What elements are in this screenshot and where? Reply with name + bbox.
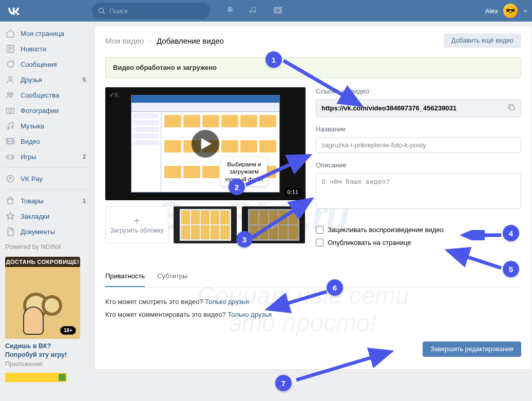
svg-point-0 [99,8,104,13]
camera-icon [5,105,15,116]
privacy-view-question: Кто может смотреть это видео? [105,298,203,305]
title-input[interactable] [316,137,521,153]
card-header: Мои видео › Добавление видео Добавить ещ… [95,26,531,57]
nav-label: Сообщения [21,61,57,68]
title-label: Название [316,125,521,133]
privacy-comment-link[interactable]: Только друзья [227,311,272,318]
vk-logo[interactable] [5,2,23,20]
privacy-view-link[interactable]: Только друзья [205,298,249,305]
promo-image: ДОСТАНЬ СОКРОВИЩЕ! 18+ [5,257,80,339]
sidebar-item-docs[interactable]: Документы [3,224,91,239]
video-nav-icon[interactable] [273,6,283,16]
annotation-marker-7: 7 [275,375,292,391]
copy-button[interactable] [507,103,516,113]
promo-sub: Приложение [5,360,80,368]
upload-cover-label: Загрузить обложку [110,227,163,234]
nav-label: Фотографии [21,107,59,114]
music-icon[interactable] [249,6,258,16]
powered-text: Powered by NGINX [3,239,91,257]
main-content: SocFAQ.ru Социальные сетиэто просто! Мои… [94,26,532,382]
add-video-button[interactable]: Добавить ещё видео [444,33,521,48]
link-label: Ссылка на видео [316,87,521,95]
loop-checkbox[interactable] [316,226,324,234]
notifications-icon[interactable] [225,6,235,16]
user-menu[interactable]: Alex 😎 [485,4,528,18]
nav-label: Игры [21,153,36,161]
promo-block[interactable]: ДОСТАНЬ СОКРОВИЩЕ! 18+ Сидишь в ВК? Попр… [5,257,80,382]
publish-checkbox-row[interactable]: Опубликовать на странице [316,239,521,246]
note-icon [5,121,15,131]
sidebar-item-video[interactable]: Видео [3,133,91,149]
nav-label: Сообщества [21,91,60,99]
vk-icon [7,7,21,15]
video-tooltip: Выбираем изагружаемнужный файл [221,158,267,186]
sidebar-item-messages[interactable]: Сообщения [3,56,91,72]
thumbnail-1[interactable] [174,206,237,243]
annotation-marker-1: 1 [265,51,282,68]
svg-point-8 [8,127,9,129]
sidebar-item-groups[interactable]: Сообщества [3,87,91,103]
avatar-icon: 😎 [503,4,518,18]
sidebar-item-market[interactable]: Товары1 [3,193,91,208]
badge: 2 [80,153,88,160]
play-icon [201,138,212,149]
nav-label: Музыка [21,122,44,130]
sidebar-item-bookmarks[interactable]: Закладки [3,208,91,224]
vkpay-icon [5,174,15,184]
sidebar-item-photos[interactable]: Фотографии [3,103,91,118]
badge: 1 [80,197,88,204]
video-icon [5,136,15,146]
svg-rect-15 [510,106,514,110]
sidebar-item-games[interactable]: Игры2 [3,149,91,164]
breadcrumb-parent[interactable]: Мои видео [105,36,144,45]
nav-label: VK Pay [21,175,43,183]
friends-icon [5,74,15,85]
feed-icon [5,44,15,54]
search-box[interactable] [92,3,210,19]
header: Alex 😎 [0,0,532,22]
finish-button[interactable]: Завершить редактирование [423,341,521,357]
desc-label: Описание [316,161,521,169]
sidebar-item-vkpay[interactable]: VK Pay [3,171,91,186]
nav-label: Друзья [21,76,42,84]
svg-point-13 [12,157,13,158]
play-button[interactable] [192,130,219,158]
nav-label: Закладки [21,213,49,220]
tab-privacy[interactable]: Приватность [105,266,145,287]
privacy-settings: Кто может смотреть это видео? Только дру… [95,288,531,331]
tabs: Приватность Субтитры [105,266,521,288]
promo-age-badge: 18+ [60,326,76,335]
search-input[interactable] [109,7,204,15]
video-link-value: https://vk.com/video384697376_456239031 [321,104,457,112]
tab-subtitles[interactable]: Субтитры [157,266,187,287]
svg-point-4 [8,93,10,96]
desc-input[interactable] [316,173,521,209]
bag-icon [5,196,15,206]
svg-point-3 [9,77,12,80]
svg-point-9 [11,127,13,128]
sidebar-item-feed[interactable]: Новости [3,41,91,56]
video-duration: 0:11 [284,188,301,196]
nav-label: Документы [21,228,55,236]
nav-label: Новости [21,45,46,53]
publish-checkbox[interactable] [316,239,324,246]
video-preview[interactable]: ✔K Выбираем изагружаемнужный файл 0:11 [105,87,306,200]
upload-cover-button[interactable]: +Загрузить обложку [105,206,168,243]
star-icon [5,211,15,221]
badge: 5 [80,76,88,83]
vk-watermark-icon: ✔K [109,91,119,99]
sidebar-item-profile[interactable]: Моя страница [3,26,91,41]
promo-banner: ДОСТАНЬ СОКРОВИЩЕ! [5,257,80,267]
annotation-marker-5: 5 [503,261,519,277]
nav-label: Товары [21,197,44,205]
breadcrumb-current: Добавление видео [157,36,224,45]
annotation-marker-2: 2 [229,179,245,195]
loop-checkbox-row[interactable]: Зацикливать воспроизведение видео [316,226,521,234]
gamepad-icon [5,151,15,162]
sidebar-item-music[interactable]: Музыка [3,118,91,133]
annotation-marker-6: 6 [327,279,343,296]
sidebar-item-friends[interactable]: Друзья5 [3,72,91,87]
video-link-field: https://vk.com/video384697376_456239031 [316,99,521,117]
nav-label: Моя страница [21,30,64,37]
loop-label: Зацикливать воспроизведение видео [328,226,444,234]
